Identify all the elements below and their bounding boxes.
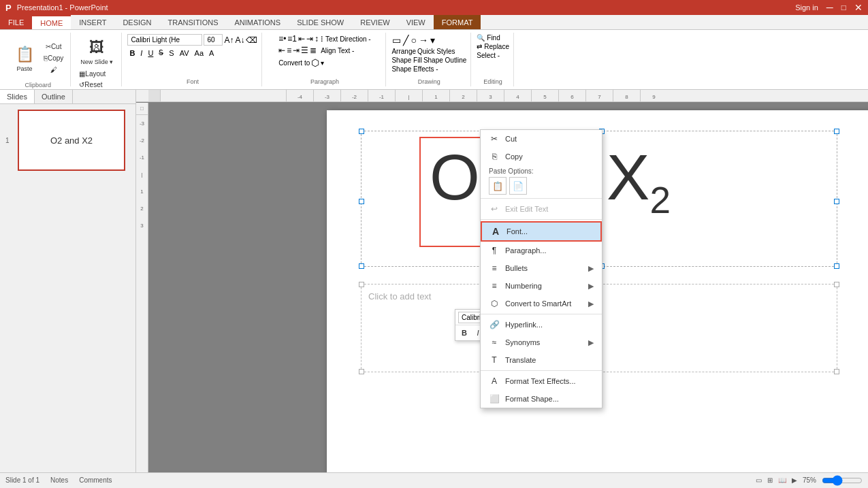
view-slide-sorter-button[interactable]: ⊞	[767, 476, 773, 484]
replace-button[interactable]: ⇄ Replace	[477, 43, 509, 50]
tab-slide-show[interactable]: SLIDE SHOW	[289, 15, 352, 29]
handle-bl-tl[interactable]	[359, 282, 364, 287]
convert-to-button[interactable]: Convert to	[278, 59, 310, 67]
font-color-button[interactable]: A	[207, 48, 216, 58]
handle-bl-bl[interactable]	[359, 369, 364, 374]
view-normal-button[interactable]: ▭	[756, 476, 762, 484]
new-slide-button[interactable]: 🖼 New Slide ▾	[76, 34, 117, 68]
shape-fill-button[interactable]: Shape Fill	[391, 56, 421, 64]
handle-bl-br[interactable]	[834, 369, 839, 374]
handle-mr[interactable]	[834, 199, 839, 204]
panel-tab-outline[interactable]: Outline	[35, 90, 73, 103]
tab-format[interactable]: FORMAT	[434, 15, 481, 29]
ctx-convert-smartart[interactable]: ⬡ Convert to SmartArt ▶	[481, 295, 602, 312]
distribute-button[interactable]: ≣	[310, 46, 317, 55]
line-spacing-button[interactable]: ↕	[315, 34, 319, 44]
ctx-exit-edit-text[interactable]: ↩ Exit Edit Text	[481, 200, 602, 218]
ctx-format-shape[interactable]: ⬜ Format Shape...	[481, 390, 602, 408]
text-direction-button[interactable]: Text Direction -	[325, 35, 371, 43]
shape-more-button[interactable]: ▾	[430, 34, 436, 46]
hyperlink-icon: 🔗	[489, 319, 500, 330]
clear-formatting-button[interactable]: ⌫	[246, 35, 257, 45]
shape-oval-button[interactable]: ○	[410, 34, 417, 46]
italic-button[interactable]: I	[138, 48, 144, 58]
decrease-indent-button[interactable]: ⇤	[298, 34, 305, 44]
tab-insert[interactable]: INSERT	[71, 15, 114, 29]
tab-transitions[interactable]: TRANSITIONS	[160, 15, 227, 29]
maximize-button[interactable]: □	[841, 3, 846, 12]
bullets-button[interactable]: ≡•	[278, 34, 286, 44]
font-name-dropdown[interactable]: Calibri Light (He	[127, 34, 202, 46]
view-presenter-button[interactable]: ▶	[792, 476, 797, 484]
bold-button[interactable]: B	[127, 48, 137, 58]
quick-styles-button[interactable]: Quick Styles	[417, 48, 455, 55]
ctx-numbering[interactable]: ≡ Numbering ▶	[481, 277, 602, 295]
ctx-translate[interactable]: T Translate	[481, 351, 602, 369]
increase-font-button[interactable]: A↑	[224, 35, 234, 45]
ctx-synonyms[interactable]: ≈ Synonyms ▶	[481, 334, 602, 351]
shape-outline-button[interactable]: Shape Outline	[423, 56, 466, 64]
ctx-cut[interactable]: ✂ Cut	[481, 130, 602, 148]
handle-tr[interactable]	[834, 129, 839, 134]
handle-br[interactable]	[834, 263, 839, 269]
cut-button[interactable]: ✂ Cut	[41, 42, 66, 52]
mini-bold-button[interactable]: B	[458, 327, 470, 339]
paste-merge-button[interactable]: 📄	[509, 177, 527, 195]
align-right-button[interactable]: ⇥	[293, 46, 300, 55]
handle-bl[interactable]	[359, 263, 364, 269]
zoom-slider[interactable]	[822, 475, 863, 486]
ctx-copy[interactable]: ⎘ Copy	[481, 148, 602, 165]
comments-button[interactable]: Comments	[79, 476, 112, 484]
slide-thumbnail[interactable]: O2 and X2	[18, 110, 125, 171]
sign-in-button[interactable]: Sign in	[795, 3, 818, 12]
arrange-button[interactable]: Arrange	[391, 48, 416, 55]
ctx-hyperlink[interactable]: 🔗 Hyperlink...	[481, 316, 602, 334]
align-left-button[interactable]: ⇤	[278, 46, 285, 55]
tab-view[interactable]: VIEW	[398, 15, 434, 29]
columns-button[interactable]: ⫶	[320, 34, 324, 44]
tab-file[interactable]: FILE	[0, 15, 32, 29]
layout-button[interactable]: ▦ Layout	[76, 69, 108, 79]
handle-ml[interactable]	[359, 199, 364, 204]
align-text-button[interactable]: Align Text -	[321, 47, 354, 54]
strikethrough-button[interactable]: S̶	[157, 48, 165, 58]
tab-design[interactable]: DESIGN	[114, 15, 159, 29]
ctx-font[interactable]: A Font...	[481, 221, 602, 242]
convert-to-dropdown[interactable]: ▾	[321, 59, 324, 67]
shape-effects-button[interactable]: Shape Effects -	[391, 65, 438, 73]
ctx-format-text-effects[interactable]: A Format Text Effects...	[481, 372, 602, 390]
shape-rect-button[interactable]: ▭	[391, 34, 402, 46]
reset-button[interactable]: ↺ Reset	[76, 80, 105, 90]
notes-button[interactable]: Notes	[50, 476, 68, 484]
format-painter-button[interactable]: 🖌	[41, 65, 66, 75]
decrease-font-button[interactable]: A↓	[235, 35, 244, 45]
shadow-button[interactable]: S	[167, 48, 176, 58]
handle-bl-tr[interactable]	[834, 282, 839, 287]
handle-tl[interactable]	[359, 129, 364, 134]
copy-icon: ⎘	[44, 54, 48, 62]
ctx-paragraph[interactable]: ¶ Paragraph...	[481, 242, 602, 259]
ctx-bullets[interactable]: ≡ Bullets ▶	[481, 259, 602, 277]
copy-button[interactable]: ⎘ Copy	[41, 53, 66, 63]
view-reading-button[interactable]: 📖	[778, 476, 786, 484]
find-button[interactable]: 🔍 Find	[477, 34, 500, 42]
align-center-button[interactable]: ≡	[287, 46, 291, 55]
tab-home[interactable]: HOME	[32, 15, 71, 29]
panel-tab-slides[interactable]: Slides	[0, 90, 35, 103]
paste-keep-source-button[interactable]: 📋	[489, 177, 507, 195]
select-button[interactable]: Select -	[477, 52, 500, 59]
tab-animations[interactable]: ANIMATIONS	[227, 15, 289, 29]
minimize-button[interactable]: ─	[826, 2, 833, 13]
paste-button[interactable]: 📋 Paste	[10, 34, 39, 82]
tab-review[interactable]: REVIEW	[352, 15, 398, 29]
change-case-button[interactable]: Aa	[193, 48, 206, 58]
shape-arrow-button[interactable]: →	[418, 34, 429, 46]
justify-button[interactable]: ☰	[301, 46, 308, 55]
font-size-dropdown[interactable]: 60	[204, 34, 223, 46]
numbering-button[interactable]: ≡1	[287, 34, 297, 44]
increase-indent-button[interactable]: ⇥	[306, 34, 313, 44]
close-button[interactable]: ✕	[854, 2, 863, 13]
shape-line-button[interactable]: ╱	[402, 34, 409, 46]
char-spacing-button[interactable]: AV	[178, 48, 191, 58]
underline-button[interactable]: U	[146, 48, 155, 58]
